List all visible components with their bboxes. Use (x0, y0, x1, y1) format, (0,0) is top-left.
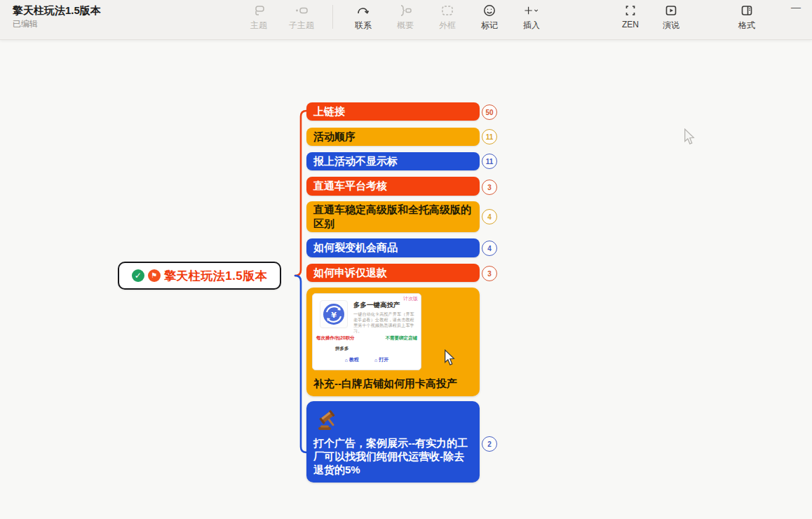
subtopic-icon (294, 3, 309, 18)
boundary-icon (440, 3, 455, 18)
toolbar-format-button[interactable]: 格式 (735, 3, 759, 32)
root-topic-node[interactable]: ✓ ⚑ 擎天柱玩法1.5版本 (118, 262, 281, 290)
toolbar-present-button[interactable]: 演说 (659, 3, 683, 32)
topic-label: 活动顺序 (313, 130, 356, 144)
topic-label: 上链接 (313, 105, 345, 119)
toolbar-right: ZEN 演说 (618, 3, 683, 32)
toolbar-boundary-button[interactable]: 外框 (435, 3, 459, 32)
topic-node-3[interactable]: 报上活动不显示标 (306, 152, 480, 170)
topic-label: 直通车平台考核 (313, 180, 387, 193)
topic-node-ad[interactable]: 打个广告，案例展示--有实力的工厂可以找我们纯佣代运营收-除去退货的5% (306, 401, 480, 483)
topic-node-5[interactable]: 直通车稳定高级版和全托高级版的区别 (306, 201, 480, 232)
image-node-caption: 补充--白牌店铺如何用卡高投产 (313, 377, 475, 391)
toolbar-center: 主题 子主题 联系 (247, 3, 543, 32)
document-title-block: 擎天柱玩法1.5版本 已编辑 (13, 4, 101, 30)
toolbar-present-label: 演说 (663, 20, 679, 32)
summary-icon (398, 3, 413, 18)
card-description: 一键自动化卡高投产开车（开车老手必看）全教程，请点击教程里第十个视频熟悉课程后上… (353, 311, 418, 334)
card-tutorial-button[interactable]: ⌂教程 (345, 356, 359, 363)
mouse-cursor (443, 349, 456, 366)
toolbar-marker-label: 标记 (481, 20, 498, 32)
toolbar-summary-label: 概要 (397, 20, 414, 32)
relationship-icon (356, 3, 371, 18)
toolbar-format-group: 格式 (735, 3, 759, 32)
toolbar-marker-button[interactable]: 标记 (478, 3, 501, 32)
gavel-icon (316, 407, 341, 436)
count-badge-3[interactable]: 11 (482, 154, 497, 169)
home-icon: ⌂ (374, 358, 377, 363)
marker-icon (482, 3, 497, 18)
present-icon (663, 3, 679, 18)
toolbar-insert-button[interactable]: 插入 (520, 3, 543, 32)
svg-text:¥: ¥ (331, 311, 337, 320)
toolbar-topic-label: 主题 (250, 20, 267, 32)
card-platform: 拼多多 (335, 346, 349, 352)
check-marker-icon[interactable]: ✓ (132, 269, 144, 282)
topic-icon (251, 3, 266, 18)
count-badge-5[interactable]: 4 (482, 209, 497, 224)
topic-node-6[interactable]: 如何裂变机会商品 (306, 238, 480, 257)
mindmap-canvas[interactable]: ✓ ⚑ 擎天柱玩法1.5版本 上链接 活动顺序 报上活动不显示标 直通车平台考核… (0, 40, 812, 519)
toolbar-boundary-label: 外框 (439, 20, 456, 32)
count-badge-1[interactable]: 50 (482, 105, 497, 120)
count-badge-4[interactable]: 3 (482, 180, 497, 195)
toolbar-relationship-button[interactable]: 联系 (351, 3, 375, 32)
toolbar-subtopic-button[interactable]: 子主题 (289, 3, 314, 32)
count-badge-2[interactable]: 11 (482, 129, 497, 144)
toolbar-summary-button[interactable]: 概要 (393, 3, 417, 32)
topic-label: 如何裂变机会商品 (313, 241, 398, 255)
toolbar-format-label: 格式 (738, 20, 755, 32)
toolbar-zen-button[interactable]: ZEN (618, 3, 642, 29)
count-badge-7[interactable]: 3 (482, 266, 497, 281)
minimize-button[interactable]: — (791, 1, 801, 13)
topbar: 擎天柱玩法1.5版本 已编辑 主题 子主题 (0, 0, 812, 40)
zen-icon (623, 3, 638, 18)
ad-node-text: 打个广告，案例展示--有实力的工厂可以找我们纯佣代运营收-除去退货的5% (313, 436, 473, 476)
card-tag: 计次版 (403, 295, 418, 302)
topic-node-7[interactable]: 如何申诉仅退款 (306, 264, 480, 282)
toolbar-divider (332, 5, 333, 29)
format-icon (739, 3, 755, 18)
toolbar-insert-label: 插入 (523, 20, 540, 32)
insert-icon (524, 3, 539, 18)
toolbar-subtopic-label: 子主题 (289, 20, 314, 32)
app-logo-icon: ¥ (320, 300, 348, 328)
topic-node-4[interactable]: 直通车平台考核 (306, 177, 480, 196)
toolbar-topic-button[interactable]: 主题 (247, 3, 271, 32)
home-icon: ⌂ (345, 358, 348, 363)
topic-node-2[interactable]: 活动顺序 (306, 128, 480, 146)
flag-marker-icon[interactable]: ⚑ (148, 269, 161, 282)
card-open-button[interactable]: ⌂打开 (374, 356, 388, 363)
card-buttons: ⌂教程 ⌂打开 (313, 356, 421, 363)
document-status: 已编辑 (13, 18, 101, 30)
card-cost-note: 每次操作/扣20积分 (316, 335, 355, 342)
document-title: 擎天柱玩法1.5版本 (13, 4, 101, 18)
card-bind-note: 不需要绑定店铺 (386, 335, 418, 342)
card-app-name: 多多一键高投产 (353, 301, 400, 310)
topic-node-1[interactable]: 上链接 (306, 102, 480, 121)
embedded-image-card: 计次版 ¥ 多多一键高投产 一键自动化卡高投产开车（开车老手必看）全教程，请点击… (312, 293, 421, 370)
count-badge-8[interactable]: 2 (482, 436, 497, 452)
ghost-cursor (683, 128, 696, 145)
root-topic-label: 擎天柱玩法1.5版本 (164, 268, 268, 284)
topic-label: 直通车稳定高级版和全托高级版的区别 (313, 203, 473, 231)
topic-label: 报上活动不显示标 (313, 155, 398, 168)
toolbar-relationship-label: 联系 (355, 20, 372, 32)
toolbar-zen-label: ZEN (622, 20, 639, 29)
topic-label: 如何申诉仅退款 (313, 267, 387, 280)
topic-node-image[interactable]: 计次版 ¥ 多多一键高投产 一键自动化卡高投产开车（开车老手必看）全教程，请点击… (306, 288, 480, 396)
count-badge-6[interactable]: 4 (482, 241, 497, 256)
